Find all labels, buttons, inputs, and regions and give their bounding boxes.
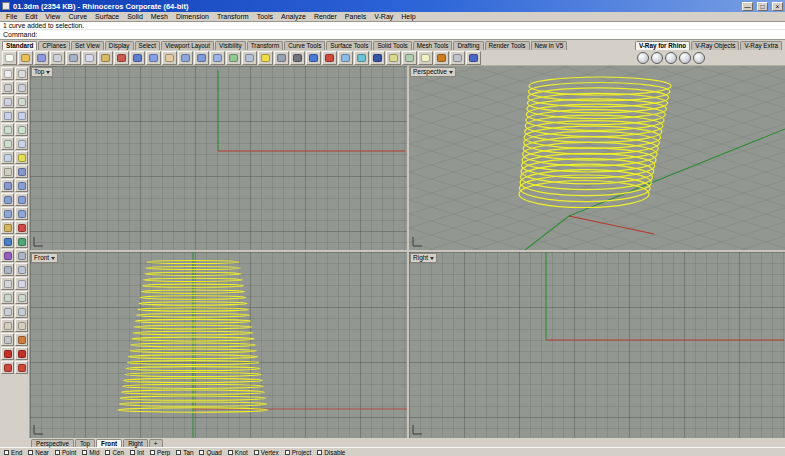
ghosted-display-icon[interactable] xyxy=(338,51,353,65)
osnap-tan[interactable]: Tan xyxy=(176,449,193,456)
open-file-icon[interactable] xyxy=(18,51,33,65)
tab-select[interactable]: Select xyxy=(135,41,161,50)
new-viewport-tab[interactable]: + xyxy=(149,439,163,448)
cone-icon[interactable] xyxy=(15,235,28,248)
pan-view-icon[interactable] xyxy=(162,51,177,65)
arc-icon[interactable] xyxy=(15,123,28,136)
split-icon[interactable] xyxy=(15,319,28,332)
zoom-window-icon[interactable] xyxy=(194,51,209,65)
delete-icon[interactable] xyxy=(114,51,129,65)
tab-set-view[interactable]: Set View xyxy=(71,41,104,50)
surface-plane-icon[interactable] xyxy=(15,165,28,178)
tab-cplanes[interactable]: CPlanes xyxy=(38,41,70,50)
menu-panels[interactable]: Panels xyxy=(341,13,370,20)
line-icon[interactable] xyxy=(1,95,14,108)
osnap-point[interactable]: Point xyxy=(55,449,76,456)
loft-icon[interactable] xyxy=(15,179,28,192)
vray-help-icon[interactable] xyxy=(693,52,705,64)
boolean-difference-icon[interactable] xyxy=(1,263,14,276)
array-icon[interactable] xyxy=(15,305,28,318)
help-icon[interactable] xyxy=(466,51,481,65)
viewport-title-front[interactable]: Front xyxy=(31,253,58,263)
close-button[interactable]: × xyxy=(772,2,783,11)
fillet-edge-icon[interactable] xyxy=(15,263,28,276)
tab-visibility[interactable]: Visibility xyxy=(215,41,246,50)
menu-analyze[interactable]: Analyze xyxy=(277,13,310,20)
tab-standard[interactable]: Standard xyxy=(2,41,37,50)
boolean-union-icon[interactable] xyxy=(15,249,28,262)
cylinder-icon[interactable] xyxy=(1,235,14,248)
layer-manager-icon[interactable] xyxy=(386,51,401,65)
vray-options-icon[interactable] xyxy=(651,52,663,64)
viewport-perspective[interactable]: Perspective xyxy=(409,66,785,250)
tab-v-ray-extra[interactable]: V-Ray Extra xyxy=(740,41,782,50)
viewport-title-right[interactable]: Right xyxy=(410,253,437,263)
viewport-right[interactable]: Right xyxy=(409,252,785,438)
command-input[interactable]: Command: xyxy=(0,30,785,39)
sweep-2-icon[interactable] xyxy=(15,207,28,220)
circle-icon[interactable] xyxy=(1,123,14,136)
rendered-display-icon[interactable] xyxy=(322,51,337,65)
save-file-icon[interactable] xyxy=(34,51,49,65)
point-cloud-icon[interactable] xyxy=(15,81,28,94)
osnap-disable[interactable]: Disable xyxy=(317,449,345,456)
paste-icon[interactable] xyxy=(98,51,113,65)
viewport-top[interactable]: Top xyxy=(30,66,407,250)
osnap-quad[interactable]: Quad xyxy=(199,449,221,456)
vray-frame-buffer-icon[interactable] xyxy=(679,52,691,64)
interpolate-curve-icon[interactable] xyxy=(15,109,28,122)
osnap-project[interactable]: Project xyxy=(285,449,312,456)
torus-icon[interactable] xyxy=(1,249,14,262)
tab-new-in-v5[interactable]: New in V5 xyxy=(531,41,568,50)
tab-transform[interactable]: Transform xyxy=(247,41,283,50)
tab-display[interactable]: Display xyxy=(105,41,134,50)
ellipse-icon[interactable] xyxy=(1,137,14,150)
xray-display-icon[interactable] xyxy=(354,51,369,65)
shaded-display-icon[interactable] xyxy=(306,51,321,65)
wireframe-display-icon[interactable] xyxy=(290,51,305,65)
scale-icon[interactable] xyxy=(15,291,28,304)
menu-view[interactable]: View xyxy=(41,13,64,20)
helix-icon[interactable] xyxy=(15,151,28,164)
move-icon[interactable] xyxy=(1,277,14,290)
sphere-icon[interactable] xyxy=(15,221,28,234)
rotate-icon[interactable] xyxy=(1,291,14,304)
join-icon[interactable] xyxy=(1,333,14,346)
lightbulb-on-icon[interactable] xyxy=(258,51,273,65)
vray-light-icon[interactable] xyxy=(15,347,28,360)
vray-camera-icon[interactable] xyxy=(15,361,28,374)
viewport-tab-top[interactable]: Top xyxy=(75,439,95,448)
copy-object-icon[interactable] xyxy=(15,277,28,290)
tab-surface-tools[interactable]: Surface Tools xyxy=(326,41,372,50)
osnap-near[interactable]: Near xyxy=(28,449,49,456)
menu-dimension[interactable]: Dimension xyxy=(172,13,213,20)
menu-v-ray[interactable]: V-Ray xyxy=(370,13,397,20)
single-point-icon[interactable] xyxy=(1,81,14,94)
tab-curve-tools[interactable]: Curve Tools xyxy=(284,41,325,50)
hide-objects-icon[interactable] xyxy=(450,51,465,65)
explode-icon[interactable] xyxy=(15,333,28,346)
rotate-view-icon[interactable] xyxy=(226,51,241,65)
osnap-perp[interactable]: Perp xyxy=(150,449,170,456)
trim-icon[interactable] xyxy=(1,319,14,332)
vray-infinite-plane-icon[interactable] xyxy=(1,361,14,374)
extrude-icon[interactable] xyxy=(1,193,14,206)
object-properties-icon[interactable] xyxy=(402,51,417,65)
osnap-int[interactable]: Int xyxy=(130,449,144,456)
revolve-icon[interactable] xyxy=(15,193,28,206)
menu-solid[interactable]: Solid xyxy=(123,13,147,20)
cut-icon[interactable] xyxy=(66,51,81,65)
menu-surface[interactable]: Surface xyxy=(91,13,123,20)
polygon-icon[interactable] xyxy=(1,151,14,164)
render-icon[interactable] xyxy=(370,51,385,65)
osnap-mid[interactable]: Mid xyxy=(82,449,99,456)
sweep-1-icon[interactable] xyxy=(1,207,14,220)
conic-icon[interactable] xyxy=(1,165,14,178)
viewport-tab-perspective[interactable]: Perspective xyxy=(31,439,74,448)
polyline-icon[interactable] xyxy=(15,95,28,108)
menu-render[interactable]: Render xyxy=(310,13,341,20)
print-icon[interactable] xyxy=(50,51,65,65)
osnap-vertex[interactable]: Vertex xyxy=(254,449,279,456)
select-lasso-icon[interactable] xyxy=(15,67,28,80)
osnap-end[interactable]: End xyxy=(4,449,22,456)
